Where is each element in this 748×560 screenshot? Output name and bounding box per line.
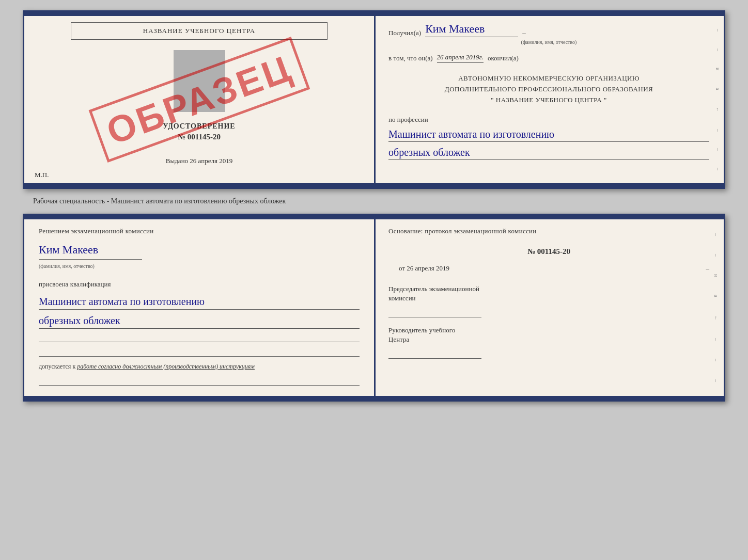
predsedatel-signature-line <box>388 305 481 317</box>
rukovoditel-signature-line <box>388 346 481 359</box>
edge-mark2-4: – <box>712 359 721 361</box>
rukovoditel-block: Руководитель учебного Центра <box>388 326 709 359</box>
org-name: " НАЗВАНИЕ УЧЕБНОГО ЦЕНТРА " <box>388 95 709 106</box>
protocol-date-value: 26 апреля 2019 <box>407 264 449 272</box>
edge-mark2-1: – <box>712 233 721 236</box>
doc1-left-panel: НАЗВАНИЕ УЧЕБНОГО ЦЕНТРА УДОСТОВЕРЕНИЕ №… <box>24 12 374 187</box>
edge-mark-3: – <box>715 129 721 132</box>
prisvoena-text: присвоена квалификация <box>39 279 360 290</box>
vydano-label: Выдано <box>166 157 188 165</box>
osnovanie-text: Основание: протокол экзаменационной коми… <box>388 226 709 237</box>
resheniem-text: Решением экзаменационной комиссии <box>39 226 360 237</box>
blank-line-1 <box>39 332 360 342</box>
edge-mark-2: – <box>715 49 721 51</box>
profession-line1: Машинист автомата по изготовлению <box>388 127 709 142</box>
udostoverenie-label: УДОСТОВЕРЕНИЕ <box>163 122 235 131</box>
dopuskaetsya-text: допускается к <box>39 363 75 370</box>
doc2-name: Ким Макеев <box>39 240 360 261</box>
school-name-box: НАЗВАНИЕ УЧЕБНОГО ЦЕНТРА <box>71 22 328 40</box>
edge-mark-4: – <box>715 148 721 151</box>
doc2-fio-hint: (фамилия, имя, отчество) <box>39 262 360 270</box>
dash-right: – <box>706 263 710 274</box>
protocol-number: № 001145-20 <box>388 245 709 259</box>
predsedatel-label: Председатель экзаменационной комиссии <box>388 284 709 303</box>
poluchil-text: Получил(a) <box>388 29 421 37</box>
poluchil-line: Получил(a) Ким Макеев – <box>388 22 709 37</box>
v-tom-text: в том, что он(а) <box>388 54 433 62</box>
mp-label: М.П. <box>35 171 49 179</box>
edge-mark2-и: и <box>712 274 721 277</box>
rukovoditel-label: Руководитель учебного Центра <box>388 326 709 344</box>
dopusk-text: работе согласно должностным (производств… <box>77 363 255 370</box>
blank-line-3 <box>39 375 360 386</box>
right-edge-marks: – – и а ← – – – <box>715 12 721 187</box>
udostoverenie-number: № 001145-20 <box>163 133 235 141</box>
fio-hint: (фамилия, имя, отчество) <box>388 39 709 45</box>
separator-label: Рабочая специальность - Машинист автомат… <box>33 197 286 205</box>
doc2-right-panel: Основание: протокол экзаменационной коми… <box>374 215 724 400</box>
edge-mark-5: – <box>715 168 721 170</box>
qual-line1: Машинист автомата по изготовлению <box>39 294 360 310</box>
org-line1: АВТОНОМНУЮ НЕКОММЕРЧЕСКУЮ ОРГАНИЗАЦИЮ <box>388 73 709 84</box>
dopuskaetsya-block: допускается к работе согласно должностны… <box>39 362 360 371</box>
v-tom-line: в том, что он(а) 26 апреля 2019г. окончи… <box>388 53 709 63</box>
dash1: – <box>522 29 526 37</box>
edge-mark2-а: а <box>712 295 721 297</box>
doc2-left-panel: Решением экзаменационной комиссии Ким Ма… <box>24 215 374 400</box>
right-edge-marks-doc2: – – и а ← – – – <box>712 215 721 400</box>
profession-line2: обрезных обложек <box>388 145 709 160</box>
vydano-line: Выдано 26 апреля 2019 <box>166 157 232 165</box>
edge-mark-1: – <box>715 29 721 31</box>
edge-mark-и: и <box>715 68 721 70</box>
udostoverenie-section: УДОСТОВЕРЕНИЕ № 001145-20 <box>163 122 235 141</box>
okonchil-text: окончил(а) <box>488 54 519 62</box>
org-line2: ДОПОЛНИТЕЛЬНОГО ПРОФЕССИОНАЛЬНОГО ОБРАЗО… <box>388 84 709 95</box>
doc1-right-panel: Получил(a) Ким Макеев – (фамилия, имя, о… <box>374 12 724 187</box>
edge-mark-а: а <box>715 88 721 90</box>
document-1: НАЗВАНИЕ УЧЕБНОГО ЦЕНТРА УДОСТОВЕРЕНИЕ №… <box>23 10 725 189</box>
edge-mark-arrow: ← <box>715 107 721 112</box>
edge-mark2-2: – <box>712 254 721 257</box>
school-name-text: НАЗВАНИЕ УЧЕБНОГО ЦЕНТРА <box>143 27 255 35</box>
komissia-name: Ким Макеев <box>39 240 142 260</box>
predsedatel-block: Председатель экзаменационной комиссии <box>388 284 709 317</box>
org-block: АВТОНОМНУЮ НЕКОММЕРЧЕСКУЮ ОРГАНИЗАЦИЮ ДО… <box>388 73 709 105</box>
photo-placeholder <box>174 50 225 112</box>
ot-label: от <box>399 264 405 272</box>
edge-mark2-3: – <box>712 338 721 341</box>
protocol-date: от 26 апреля 2019 – <box>399 263 709 274</box>
document-2: Решением экзаменационной комиссии Ким Ма… <box>23 214 725 402</box>
edge-mark2-arrow: ← <box>712 315 721 321</box>
po-professii-label: по профессии <box>388 116 709 124</box>
completion-date: 26 апреля 2019г. <box>437 53 484 63</box>
qual-line2: обрезных обложек <box>39 313 360 329</box>
recipient-name: Ким Макеев <box>425 22 518 37</box>
blank-line-2 <box>39 346 360 357</box>
vydano-date: 26 апреля 2019 <box>190 157 232 165</box>
edge-mark2-5: – <box>712 379 721 382</box>
